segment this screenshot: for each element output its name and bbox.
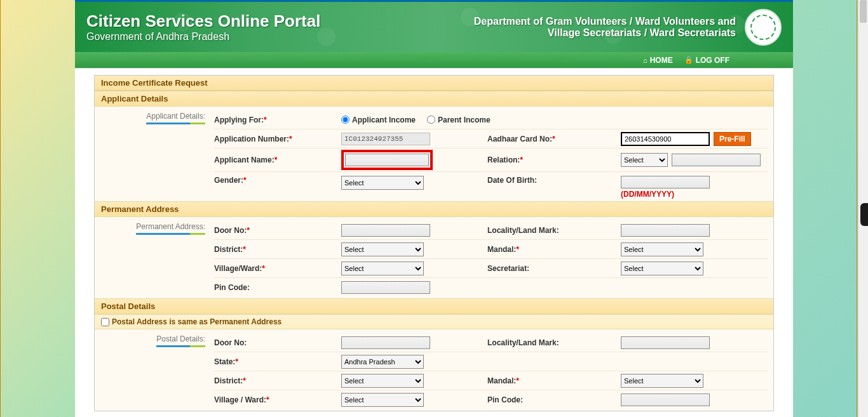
postal-same-checkbox[interactable] (101, 318, 109, 326)
perm-pin-label: Pin Code: (214, 283, 250, 292)
post-state-select[interactable]: Andhra Pradesh (341, 355, 424, 369)
section-permanent-header: Permanent Address (95, 201, 773, 217)
perm-district-select[interactable]: Select (341, 242, 424, 256)
section-applicant-header: Applicant Details (95, 91, 773, 107)
aadhaar-label: Aadhaar Card No: (487, 135, 552, 143)
perm-secretariat-select[interactable]: Select (621, 261, 703, 275)
perm-district-label: District: (214, 245, 243, 254)
applicant-name-input[interactable] (345, 154, 429, 166)
radio-parent-income-input[interactable] (427, 116, 435, 124)
perm-mandal-select[interactable]: Select (621, 242, 703, 256)
scroll-thumb[interactable] (860, 0, 867, 23)
post-door-label: Door No: (214, 338, 247, 347)
section-postal-header: Postal Details (95, 298, 773, 314)
post-village-select[interactable]: Select (341, 393, 424, 407)
section-permanent-body: Permanent Address: Door No:* Locality/La… (95, 217, 773, 298)
perm-village-label: Village/Ward: (214, 264, 262, 273)
post-door-input[interactable] (341, 336, 430, 349)
radio-applicant-income-input[interactable] (341, 116, 349, 124)
post-state-label: State: (214, 357, 235, 366)
post-district-label: District: (214, 376, 243, 385)
post-pin-input[interactable] (621, 394, 710, 406)
relation-select[interactable]: Select (621, 153, 668, 167)
perm-locality-input[interactable] (621, 224, 710, 237)
content-wrap: Income Certificate Request Applicant Det… (75, 69, 793, 417)
application-number-input (341, 133, 430, 145)
nav-bar: ⌂ HOME 🔒 LOG OFF (75, 52, 793, 69)
applicant-name-label: Applicant Name: (214, 156, 275, 164)
dob-input[interactable] (621, 176, 710, 189)
form-box: Income Certificate Request Applicant Det… (94, 75, 774, 411)
portal-subtitle: Government of Andhra Pradesh (86, 31, 320, 43)
section-applicant-body: Applicant Details: Applying For:* Applic… (95, 107, 773, 201)
dob-hint: (DD/MM/YYYY) (621, 190, 768, 199)
header-banner: Citizen Services Online Portal Governmen… (75, 0, 793, 52)
aadhaar-input[interactable] (621, 132, 710, 146)
post-mandal-select[interactable]: Select (621, 374, 703, 388)
page-edge-left (0, 0, 1, 417)
page-edge-right (857, 0, 857, 417)
post-locality-input[interactable] (621, 336, 710, 349)
permanent-side-label: Permanent Address: (95, 217, 209, 298)
perm-secretariat-label: Secretariat: (487, 264, 529, 273)
header-right: Department of Gram Volunteers / Ward Vol… (474, 9, 782, 46)
nav-home[interactable]: ⌂ HOME (643, 56, 673, 65)
applicant-side-label: Applicant Details: (95, 107, 209, 201)
lock-icon: 🔒 (684, 56, 693, 64)
postal-side-label: Postal Details: (95, 329, 209, 411)
applying-for-label: Applying For: (214, 116, 264, 124)
radio-parent-income[interactable]: Parent Income (427, 116, 491, 124)
post-district-select[interactable]: Select (341, 374, 424, 388)
header-left: Citizen Services Online Portal Governmen… (86, 11, 320, 43)
applicant-name-highlight (341, 150, 433, 170)
nav-home-label: HOME (650, 56, 673, 65)
state-emblem-icon (745, 9, 782, 46)
radio-applicant-income[interactable]: Applicant Income (341, 116, 416, 124)
section-postal-body: Postal Details: Door No: Locality/Land M… (95, 329, 773, 411)
portal-title: Citizen Services Online Portal (86, 11, 320, 31)
post-mandal-label: Mandal: (487, 376, 516, 385)
prefill-button[interactable]: Pre-Fill (714, 132, 751, 146)
dept-line1: Department of Gram Volunteers / Ward Vol… (474, 16, 736, 27)
perm-village-select[interactable]: Select (341, 261, 424, 275)
nav-logoff-label: LOG OFF (696, 56, 729, 65)
dob-label: Date Of Birth: (487, 176, 537, 185)
relation-label: Relation: (487, 156, 520, 164)
page-title: Income Certificate Request (95, 76, 773, 91)
postal-same-row: Postal Address is same as Permanent Addr… (95, 314, 773, 329)
relation-name-input[interactable] (672, 154, 761, 166)
post-locality-label: Locality/Land Mark: (487, 338, 559, 347)
page-container: Citizen Services Online Portal Governmen… (75, 0, 793, 417)
nav-logoff[interactable]: 🔒 LOG OFF (684, 56, 729, 65)
perm-mandal-label: Mandal: (487, 245, 516, 254)
perm-door-label: Door No: (214, 226, 247, 235)
perm-locality-label: Locality/Land Mark: (487, 226, 559, 235)
side-tab-icon[interactable] (860, 203, 868, 226)
post-pin-label: Pin Code: (487, 395, 523, 404)
gender-label: Gender: (214, 176, 243, 185)
perm-pin-input[interactable] (341, 281, 430, 294)
perm-door-input[interactable] (341, 224, 430, 237)
gender-select[interactable]: Select (341, 176, 424, 190)
dept-line2: Village Secretariats / Ward Secretariats (474, 27, 736, 39)
post-village-label: Village / Ward: (214, 395, 266, 404)
postal-same-label: Postal Address is same as Permanent Addr… (112, 317, 281, 326)
application-number-label: Application Number: (214, 135, 289, 143)
home-icon: ⌂ (643, 56, 648, 64)
